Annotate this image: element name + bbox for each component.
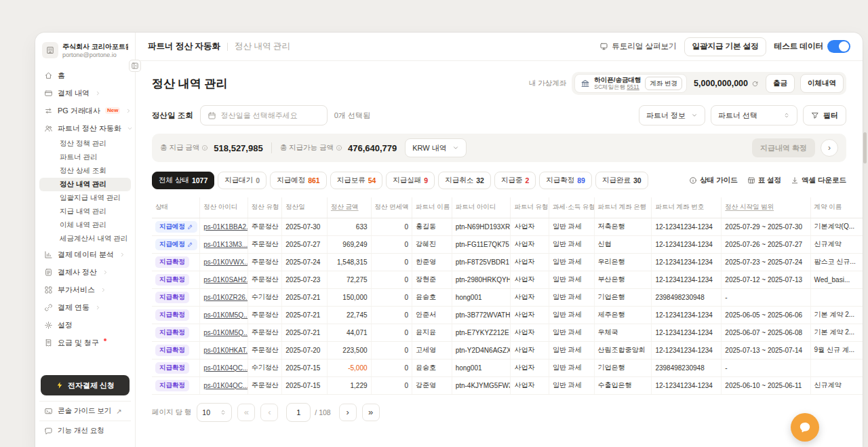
sidebar-item-partner-settlement[interactable]: 파트너 정산 자동화 [39, 119, 131, 137]
breadcrumb-parent[interactable]: 파트너 정산 자동화 [148, 41, 220, 52]
workspace-switcher[interactable]: 주식회사 코리아포트원 (Kore... portone@portone.io [39, 37, 131, 65]
settlement-id-link[interactable]: ps-01K0ZR26... [203, 294, 248, 301]
partner-info-select[interactable]: 파트너 정보 [639, 105, 705, 125]
cell-status: 지급확정 [152, 306, 200, 324]
cell-id: ps-01K0ZR26... [200, 288, 248, 306]
status-chip[interactable]: 지급중2 [494, 172, 536, 189]
cell-taxfree: 0 [371, 376, 412, 394]
table-row[interactable]: 지급확정ps-01K0ZR26...수기정산2025-07-21150,0000… [152, 288, 863, 306]
title-row: 정산 내역 관리 내 가상계좌 하이픈/송금대행 SC제일은행 5511 계좌 … [152, 72, 846, 95]
sidebar-collapse-button[interactable] [129, 60, 141, 72]
status-chip[interactable]: 지급확정89 [539, 172, 592, 189]
chat-fab[interactable] [791, 413, 819, 442]
chip-label: 지급보류 [337, 176, 366, 185]
confirm-payout-button[interactable]: 지급내역 확정 [752, 138, 815, 157]
withdraw-button[interactable]: 출금 [766, 74, 795, 93]
sidebar-item-home[interactable]: 홈 [39, 66, 131, 84]
sidebar-item-data-analysis[interactable]: 결제 데이터 분석 [39, 246, 131, 263]
status-chip[interactable]: 지급실패9 [386, 172, 435, 189]
info-icon[interactable] [201, 144, 208, 151]
sidebar-subitem[interactable]: 지급 내역 관리 [39, 205, 131, 218]
sidebar-subitem[interactable]: 파트너 관리 [39, 151, 131, 164]
col-header-taxfree: 정산 면세액 [371, 197, 412, 218]
sidebar-subitem[interactable]: 정산 상세 조회 [39, 164, 131, 178]
status-chip[interactable]: 전체 상태1077 [152, 172, 214, 189]
table-row[interactable]: 지급확정ps-01K0M5Q...주문정산2025-07-2122,7450안준… [152, 306, 863, 324]
settlement-id-link[interactable]: ps-01K1BBA2... [203, 223, 248, 231]
first-page-button[interactable]: « [237, 404, 255, 421]
status-chip[interactable]: 지급완료30 [595, 172, 648, 189]
table-row[interactable]: 지급확정ps-01K0SAH2...주문정산2025-07-2372,2750장… [152, 271, 863, 288]
settlement-id-link[interactable]: ps-01K04QC... [203, 364, 248, 372]
status-chip[interactable]: 지급예정861 [270, 172, 327, 189]
test-data-toggle[interactable] [827, 40, 850, 53]
partner-select[interactable]: 파트너 선택 [711, 105, 797, 125]
table-row[interactable]: 지급확정ps-01K04QC...수기정산2025-07-15-5,0000윤승… [152, 359, 863, 376]
status-chip[interactable]: 지급취소32 [438, 172, 491, 189]
sidebar-item-integration[interactable]: 결제 연동 [39, 298, 131, 316]
settlement-id-link[interactable]: ps-01K0VWX... [203, 258, 248, 266]
settlement-id-link[interactable]: ps-01K0HKAT... [203, 347, 248, 354]
epay-apply-button[interactable]: 전자결제 신청 [41, 375, 130, 395]
next-page-button[interactable]: › [339, 404, 357, 421]
settlement-date-input[interactable]: 정산일을 선택해주세요 [200, 105, 328, 125]
sidebar-item-addons[interactable]: 부가서비스 [39, 281, 131, 298]
table-row[interactable]: 지급예정ps-01K13M3...주문정산2025-07-27969,2490강… [152, 235, 863, 253]
sidebar-subitem[interactable]: 정산 내역 관리 [39, 178, 131, 191]
bulk-payout-settings-button[interactable]: 일괄지급 기본 설정 [684, 37, 766, 56]
cell-partner_id: ptn-FG11E7QK75 [452, 235, 511, 253]
cell-tax_type: 일반 과세 [549, 324, 594, 341]
sidebar-item-pg-recon[interactable]: PG 거래대사New [39, 102, 131, 119]
sidebar-subitem[interactable]: 정산 정책 관리 [39, 137, 131, 151]
settlement-id-link[interactable]: ps-01K04QC... [203, 382, 248, 389]
bank-account-sub[interactable]: SC제일은행 5511 [594, 84, 641, 91]
settlement-id-link[interactable]: ps-01K0M5Q... [203, 329, 248, 336]
page-scrollbar-thumb[interactable] [863, 132, 867, 163]
cell-id: ps-01K13M3... [200, 235, 248, 253]
bank-icon [580, 79, 590, 88]
table-row[interactable]: 지급예정ps-01K1BBA2...주문정산2025-07-306330홍길동p… [152, 218, 863, 235]
sidebar-item-payments[interactable]: 결제 내역 [39, 84, 131, 102]
cell-status: 지급예정 [152, 218, 200, 235]
sidebar-item-billing[interactable]: 요금 및 청구 [39, 334, 131, 351]
table-action-download[interactable]: 엑셀 다운로드 [791, 176, 846, 185]
table-action-info[interactable]: 상태 가이드 [689, 176, 737, 185]
transfer-history-button[interactable]: 이체내역 [800, 74, 844, 93]
sidebar-item-psp-settlement[interactable]: 결제사 정산 [39, 263, 131, 281]
table-row[interactable]: 지급확정ps-01K0VWX...주문정산2025-07-241,548,315… [152, 253, 863, 271]
change-account-button[interactable]: 계좌 변경 [645, 77, 682, 90]
info-icon[interactable] [336, 144, 342, 151]
status-chip[interactable]: 지급대기0 [218, 172, 267, 189]
settlement-id-link[interactable]: ps-01K13M3... [203, 241, 248, 248]
status-badge: 지급확정 [155, 345, 189, 356]
sidebar-item-settings[interactable]: 설정 [39, 316, 131, 334]
page-number-input[interactable] [286, 403, 311, 422]
tutorial-button[interactable]: 튜토리얼 살펴보기 [599, 41, 676, 52]
col-header-amount[interactable]: 정산 금액 [327, 197, 371, 218]
settlement-id-link[interactable]: ps-01K0SAH2... [203, 276, 248, 284]
sidebar-subitem[interactable]: 세금계산서 내역 관리 [39, 232, 131, 246]
settlement-id-link[interactable]: ps-01K0M5Q... [203, 311, 248, 319]
cell-id: ps-01K1BBA2... [200, 218, 248, 235]
status-chip[interactable]: 지급보류54 [330, 172, 383, 189]
refresh-icon[interactable] [751, 80, 759, 88]
console-guide-link[interactable]: 콘솔 가이드 보기 ↗ [39, 401, 131, 421]
table-action-grid[interactable]: 표 설정 [747, 176, 781, 185]
col-header-range[interactable]: 정산 시작일 범위 [722, 197, 810, 218]
feature-request-link[interactable]: 기능 개선 요청 [39, 421, 131, 440]
summary-expand-button[interactable]: › [821, 139, 838, 157]
table-row[interactable]: 지급확정ps-01K0M5Q...주문정산2025-07-2144,0710윤지… [152, 324, 863, 341]
sidebar-subitem[interactable]: 이체 내역 관리 [39, 218, 131, 232]
sidebar-subitem[interactable]: 일괄지급 내역 관리 [39, 191, 131, 205]
last-page-button[interactable]: » [362, 404, 380, 421]
filter-button[interactable]: 필터 [803, 105, 846, 125]
currency-select[interactable]: KRW 내역 [405, 138, 467, 157]
prev-page-button[interactable]: ‹ [260, 404, 278, 421]
rows-per-page-select[interactable]: 10 [197, 403, 232, 422]
cell-taxfree: 0 [371, 341, 412, 359]
table-row[interactable]: 지급확정ps-01K04QC...주문정산2025-07-151,2290강준영… [152, 376, 863, 394]
chevron-updown-icon [783, 112, 790, 119]
table-row[interactable]: 지급확정ps-01K0HKAT...주문정산2025-07-20223,5000… [152, 341, 863, 359]
chip-label: 지급실패 [393, 176, 421, 185]
cell-taxfree: 0 [371, 324, 412, 341]
